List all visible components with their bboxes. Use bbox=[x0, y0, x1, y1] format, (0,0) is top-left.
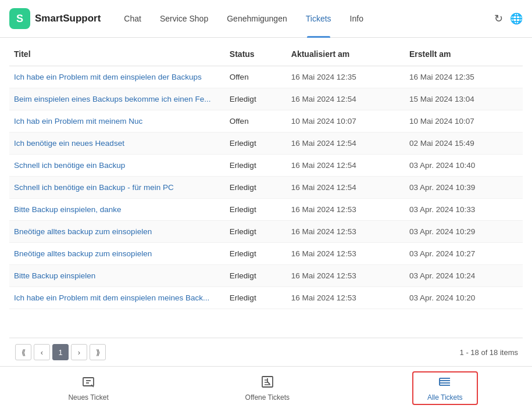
ticket-created: 03 Apr. 2024 10:24 bbox=[405, 265, 523, 287]
ticket-updated: 16 Mai 2024 12:53 bbox=[287, 199, 405, 221]
nav-chat[interactable]: Chat bbox=[115, 0, 151, 38]
col-header-created: Erstellt am bbox=[405, 42, 523, 66]
ticket-title[interactable]: Ich habe ein Problem mit dem einspielen … bbox=[9, 287, 225, 309]
col-header-status: Status bbox=[225, 42, 287, 66]
col-header-updated: Aktualisiert am bbox=[287, 42, 405, 66]
neues-ticket-label: Neues Ticket bbox=[68, 393, 108, 402]
nav-service-shop[interactable]: Service Shop bbox=[151, 0, 217, 38]
table-body: Ich habe ein Problem mit dem einspielen … bbox=[9, 66, 523, 309]
ticket-status: Erledigt bbox=[225, 199, 287, 221]
main-content: Titel Status Aktualisiert am Erstellt am… bbox=[0, 38, 532, 366]
page-info: 1 - 18 of 18 items bbox=[460, 348, 518, 357]
alle-tickets-icon bbox=[438, 375, 452, 391]
ticket-created: 03 Apr. 2024 10:27 bbox=[405, 243, 523, 265]
pagination: ⟪ ‹ 1 › ⟫ 1 - 18 of 18 items bbox=[9, 338, 523, 366]
ticket-title[interactable]: Ich hab ein Problem mit meinem Nuc bbox=[9, 110, 225, 132]
bottom-neues-ticket[interactable]: Neues Ticket bbox=[54, 372, 122, 404]
ticket-updated: 16 Mai 2024 12:53 bbox=[287, 287, 405, 309]
ticket-title[interactable]: Bneötige alltes backup zum einsopielen bbox=[9, 221, 225, 243]
page-next-btn[interactable]: › bbox=[71, 344, 87, 360]
bottom-offene-tickets[interactable]: Offene Tickets bbox=[231, 372, 304, 404]
ticket-title[interactable]: Bitte Backup einspielen bbox=[9, 265, 225, 287]
ticket-status: Erledigt bbox=[225, 155, 287, 177]
ticket-status: Erledigt bbox=[225, 132, 287, 155]
ticket-created: 03 Apr. 2024 10:40 bbox=[405, 155, 523, 177]
table-row: Bitte Backup einspielen Erledigt 16 Mai … bbox=[9, 265, 523, 287]
neues-ticket-icon bbox=[81, 375, 95, 391]
ticket-table: Titel Status Aktualisiert am Erstellt am… bbox=[9, 42, 523, 309]
refresh-icon[interactable]: ↻ bbox=[494, 12, 503, 25]
header-actions: ↻ 🌐 bbox=[494, 12, 523, 25]
nav-info[interactable]: Info bbox=[341, 0, 373, 38]
table-row: Schnell ich benötige ein Backup Erledigt… bbox=[9, 155, 523, 177]
ticket-status: Erledigt bbox=[225, 287, 287, 309]
ticket-title[interactable]: Ich habe ein Problem mit dem einspielen … bbox=[9, 66, 225, 88]
main-nav: Chat Service Shop Genehmigungen Tickets … bbox=[115, 0, 373, 37]
globe-icon[interactable]: 🌐 bbox=[510, 12, 523, 25]
ticket-updated: 16 Mai 2024 12:54 bbox=[287, 177, 405, 199]
ticket-created: 03 Apr. 2024 10:33 bbox=[405, 199, 523, 221]
table-header-row: Titel Status Aktualisiert am Erstellt am bbox=[9, 42, 523, 66]
offene-tickets-label: Offene Tickets bbox=[245, 393, 290, 402]
logo-text: SmartSupport bbox=[35, 13, 101, 24]
ticket-status: Erledigt bbox=[225, 88, 287, 110]
ticket-status: Erledigt bbox=[225, 221, 287, 243]
col-header-titel: Titel bbox=[9, 42, 225, 66]
ticket-title[interactable]: Ich benötige ein neues Headset bbox=[9, 132, 225, 155]
ticket-created: 02 Mai 2024 15:49 bbox=[405, 132, 523, 155]
ticket-title[interactable]: Schnell ich benötige ein Backup bbox=[9, 155, 225, 177]
ticket-title[interactable]: Bitte Backup einspielen, danke bbox=[9, 199, 225, 221]
table-row: Bneötige alltes backup zum einsopielen E… bbox=[9, 243, 523, 265]
ticket-created: 03 Apr. 2024 10:29 bbox=[405, 221, 523, 243]
ticket-updated: 16 Mai 2024 12:54 bbox=[287, 132, 405, 155]
ticket-title[interactable]: Beim einspielen eines Backups bekomme ic… bbox=[9, 88, 225, 110]
table-row: Bneötige alltes backup zum einsopielen E… bbox=[9, 221, 523, 243]
page-prev-btn[interactable]: ‹ bbox=[34, 344, 50, 360]
ticket-status: Erledigt bbox=[225, 243, 287, 265]
ticket-updated: 16 Mai 2024 12:53 bbox=[287, 221, 405, 243]
table-row: Ich benötige ein neues Headset Erledigt … bbox=[9, 132, 523, 155]
ticket-updated: 16 Mai 2024 12:54 bbox=[287, 88, 405, 110]
page-1-btn[interactable]: 1 bbox=[52, 344, 69, 360]
table-row: Ich hab ein Problem mit meinem Nuc Offen… bbox=[9, 110, 523, 132]
table-row: Ich habe ein Problem mit dem einspielen … bbox=[9, 287, 523, 309]
ticket-title[interactable]: Schnell ich benötige ein Backup - für me… bbox=[9, 177, 225, 199]
table-row: Ich habe ein Problem mit dem einspielen … bbox=[9, 66, 523, 88]
ticket-updated: 16 Mai 2024 12:35 bbox=[287, 66, 405, 88]
page-last-btn[interactable]: ⟫ bbox=[90, 344, 106, 360]
table-row: Schnell ich benötige ein Backup - für me… bbox=[9, 177, 523, 199]
ticket-created: 15 Mai 2024 13:04 bbox=[405, 88, 523, 110]
bottom-alle-tickets[interactable]: Alle Tickets bbox=[412, 371, 478, 405]
ticket-title[interactable]: Bneötige alltes backup zum einsopielen bbox=[9, 243, 225, 265]
ticket-status: Offen bbox=[225, 110, 287, 132]
nav-tickets[interactable]: Tickets bbox=[297, 0, 341, 38]
logo[interactable]: S SmartSupport bbox=[9, 8, 101, 29]
table-row: Bitte Backup einspielen, danke Erledigt … bbox=[9, 199, 523, 221]
ticket-created: 03 Apr. 2024 10:20 bbox=[405, 287, 523, 309]
ticket-updated: 16 Mai 2024 12:53 bbox=[287, 243, 405, 265]
offene-tickets-icon bbox=[260, 375, 274, 391]
ticket-table-container: Titel Status Aktualisiert am Erstellt am… bbox=[9, 42, 523, 338]
ticket-status: Erledigt bbox=[225, 177, 287, 199]
ticket-updated: 16 Mai 2024 12:53 bbox=[287, 265, 405, 287]
page-first-btn[interactable]: ⟪ bbox=[15, 344, 31, 360]
ticket-created: 03 Apr. 2024 10:39 bbox=[405, 177, 523, 199]
logo-icon: S bbox=[9, 8, 30, 29]
svg-rect-0 bbox=[83, 378, 94, 386]
ticket-updated: 16 Mai 2024 12:54 bbox=[287, 155, 405, 177]
ticket-status: Erledigt bbox=[225, 265, 287, 287]
table-row: Beim einspielen eines Backups bekomme ic… bbox=[9, 88, 523, 110]
alle-tickets-label: Alle Tickets bbox=[427, 393, 463, 402]
ticket-updated: 10 Mai 2024 10:07 bbox=[287, 110, 405, 132]
nav-genehmigungen[interactable]: Genehmigungen bbox=[217, 0, 297, 38]
ticket-created: 16 Mai 2024 12:35 bbox=[405, 66, 523, 88]
bottom-bar: Neues Ticket Offene Tickets Alle Tickets bbox=[0, 366, 532, 412]
ticket-created: 10 Mai 2024 10:07 bbox=[405, 110, 523, 132]
ticket-status: Offen bbox=[225, 66, 287, 88]
header: S SmartSupport Chat Service Shop Genehmi… bbox=[0, 0, 532, 38]
